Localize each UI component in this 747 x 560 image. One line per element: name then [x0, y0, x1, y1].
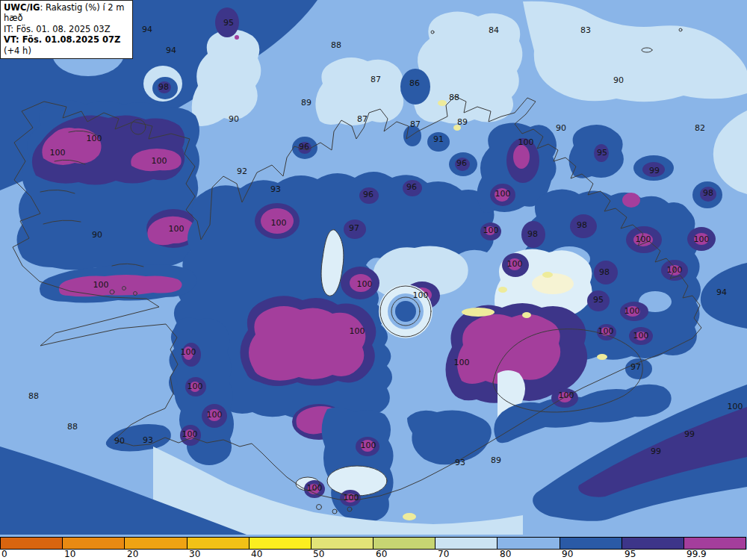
grid-value-label: 83	[580, 25, 591, 35]
colorbar-segment	[498, 538, 560, 549]
grid-value-label: 97	[349, 223, 359, 233]
colorbar-segment	[249, 538, 311, 549]
grid-value-label: 100	[413, 290, 429, 300]
grid-value-label: 89	[457, 117, 468, 127]
grid-value-label: 100	[271, 218, 287, 228]
grid-value-label: 88	[28, 391, 39, 401]
grid-value-label: 100	[598, 326, 614, 336]
grid-value-label: 90	[92, 230, 102, 240]
grid-value-label: 96	[456, 158, 467, 168]
grid-value-label: 92	[237, 167, 247, 176]
grid-value-label: 100	[307, 483, 323, 493]
colorbar-ticks: 01020304050607080909599.9	[0, 550, 747, 560]
grid-value-label: 100	[152, 156, 167, 166]
grid-value-label: 90	[613, 75, 624, 85]
grid-value-label: 88	[331, 40, 341, 50]
grid-value-label: 100	[454, 358, 470, 367]
grid-value-label: 100	[667, 265, 683, 275]
grid-value-label: 100	[87, 134, 102, 143]
grid-value-label: 100	[518, 137, 534, 147]
colorbar	[0, 537, 746, 550]
grid-value-label: 94	[166, 46, 176, 55]
colorbar-segment	[436, 538, 498, 549]
grid-value-label: 98	[599, 267, 610, 277]
colorbar-tick-label: 95	[624, 549, 636, 559]
grid-value-label: 93	[270, 184, 281, 194]
grid-value-label: 99	[651, 447, 661, 456]
grid-value-label: 100	[357, 279, 373, 289]
grid-value-label: 98	[703, 188, 713, 198]
grid-value-label: 100	[483, 225, 499, 235]
grid-value-label: 96	[363, 190, 374, 199]
colorbar-segment	[311, 538, 374, 549]
title-box: UWC/IG: Rakastig (%) í 2 m hæð IT: Fös. …	[0, 0, 133, 59]
grid-value-label: 99	[684, 429, 695, 439]
grid-value-label: 82	[695, 123, 705, 133]
grid-value-label: 98	[577, 220, 587, 230]
colorbar-tick-label: 0	[1, 549, 7, 559]
grid-value-label: 100	[624, 306, 640, 316]
grid-value-label: 100	[50, 148, 66, 158]
grid-value-label: 90	[556, 123, 566, 133]
colorbar-segment	[125, 538, 187, 549]
colorbar-tick-label: 90	[562, 549, 573, 559]
grid-value-label: 95	[597, 148, 607, 158]
colorbar-segment	[622, 538, 684, 549]
grid-value-label: 87	[357, 114, 368, 124]
colorbar-tick-label: 60	[376, 549, 387, 559]
grid-value-label: 100	[728, 402, 743, 411]
init-time: IT: Fös. 01. 08. 2025 03Z	[4, 24, 129, 34]
grid-value-label: 100	[361, 441, 376, 450]
colorbar-segment	[63, 538, 125, 549]
grid-value-label: 100	[636, 234, 651, 244]
grid-value-label: 100	[181, 347, 196, 357]
grid-value-label: 99	[649, 166, 660, 175]
grid-value-label: 87	[410, 119, 421, 129]
map-labels: 9495848388949194878690988889879087899082…	[0, 0, 747, 538]
weather-map-page: 9495848388949194878690988889879087899082…	[0, 0, 747, 560]
colorbar-segment	[560, 538, 622, 549]
grid-value-label: 94	[716, 287, 727, 297]
grid-value-label: 84	[489, 25, 499, 35]
grid-value-label: 89	[301, 98, 311, 108]
grid-value-label: 100	[182, 429, 198, 439]
colorbar-segment	[374, 538, 436, 549]
grid-value-label: 100	[169, 224, 185, 234]
grid-value-label: 96	[299, 142, 309, 152]
grid-value-label: 87	[371, 75, 381, 84]
colorbar-tick-label: 30	[189, 549, 200, 559]
grid-value-label: 93	[455, 458, 465, 467]
grid-value-label: 100	[507, 259, 523, 269]
colorbar-segment	[187, 538, 249, 549]
grid-value-label: 100	[207, 410, 223, 420]
colorbar-segment	[1, 538, 63, 549]
grid-value-label: 88	[67, 422, 78, 432]
grid-value-label: 100	[559, 391, 574, 400]
colorbar-tick-label: 20	[127, 549, 138, 559]
grid-value-label: 86	[409, 78, 420, 88]
grid-value-label: 97	[630, 362, 641, 372]
grid-value-label: 100	[694, 234, 710, 244]
colorbar-segment	[684, 538, 746, 549]
colorbar-tick-label: 50	[313, 549, 324, 559]
grid-value-label: 90	[114, 436, 125, 446]
model-name: UWC/IG	[4, 2, 40, 13]
grid-value-label: 100	[93, 280, 109, 290]
colorbar-tick-label: 80	[500, 549, 511, 559]
map-title: UWC/IG: Rakastig (%) í 2 m hæð	[4, 2, 129, 24]
grid-value-label: 98	[158, 82, 169, 92]
grid-value-label: 100	[344, 493, 359, 503]
valid-time: VT: Fös. 01.08.2025 07Z (+4 h)	[4, 34, 129, 56]
colorbar-tick-label: 99.9	[686, 549, 707, 559]
grid-value-label: 91	[433, 134, 444, 144]
grid-value-label: 88	[449, 93, 459, 102]
grid-value-label: 100	[350, 326, 365, 336]
colorbar-tick-label: 10	[64, 549, 75, 559]
grid-value-label: 100	[187, 382, 203, 391]
colorbar-tick-label: 40	[251, 549, 262, 559]
grid-value-label: 100	[495, 189, 511, 199]
grid-value-label: 89	[491, 455, 501, 465]
grid-value-label: 96	[406, 182, 417, 192]
grid-value-label: 100	[633, 331, 649, 340]
grid-value-label: 90	[229, 114, 239, 124]
